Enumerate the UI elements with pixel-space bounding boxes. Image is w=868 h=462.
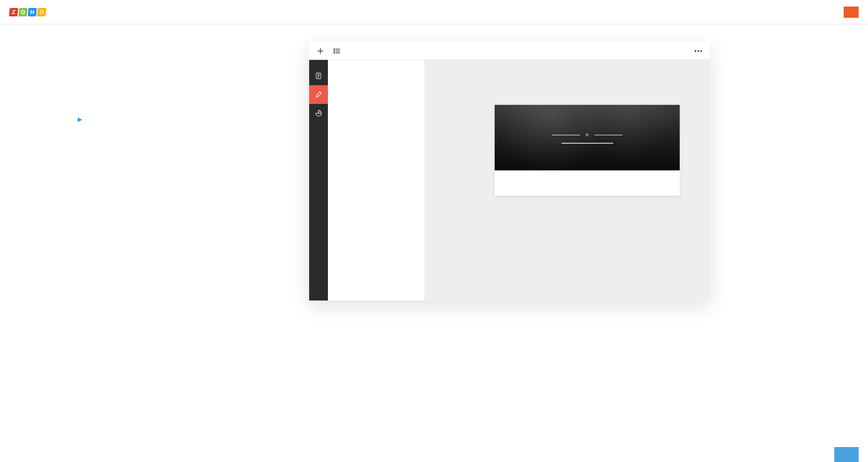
svg-point-0 (334, 49, 335, 50)
preview-topbar: ••• (309, 42, 710, 60)
zoho-logo-icon: ZOHO (9, 8, 46, 16)
plus-icon[interactable] (317, 47, 324, 55)
learn-more-link[interactable]: ▶ (75, 116, 82, 123)
more-icon[interactable]: ••• (694, 48, 703, 54)
survey-banner: ★ (495, 105, 680, 170)
request-demo-button[interactable] (834, 447, 859, 462)
svg-point-1 (334, 51, 335, 51)
survey-card: ★ (495, 105, 680, 196)
nav-links (755, 7, 859, 18)
side-rail (309, 60, 328, 301)
question-types-panel (328, 60, 424, 301)
top-nav: ZOHO (0, 0, 868, 24)
rail-reports-icon[interactable] (309, 104, 328, 123)
editor-preview: ••• ★ (309, 42, 710, 301)
caret-right-icon: ▶ (78, 116, 82, 123)
canvas: ★ (424, 60, 710, 301)
brand[interactable]: ZOHO (9, 8, 51, 16)
signup-button[interactable] (844, 7, 859, 18)
list-icon[interactable] (334, 47, 341, 55)
star-icon: ★ (585, 132, 590, 138)
preview-tabs: ••• (605, 42, 710, 59)
hero-copy: ▶ (0, 24, 309, 462)
rail-pages-icon[interactable] (309, 66, 328, 85)
rail-edit-icon[interactable] (309, 85, 328, 104)
svg-point-2 (334, 52, 335, 53)
